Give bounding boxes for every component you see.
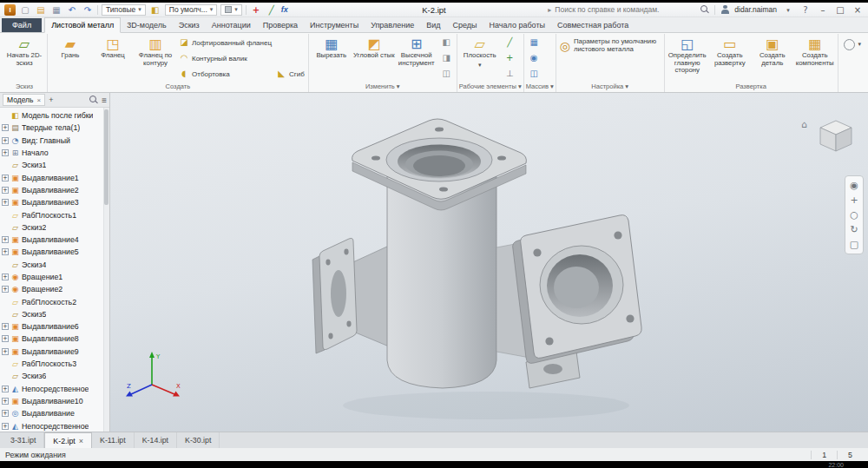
tree-item[interactable]: + ▣ Выдавливание9: [2, 346, 102, 358]
ribbon-small-button[interactable]: ◖ Отбортовка: [179, 68, 272, 80]
expand-icon[interactable]: +: [2, 286, 9, 293]
sheet-metal-icon[interactable]: [149, 3, 161, 16]
material-dropdown[interactable]: По умолч...: [165, 4, 218, 16]
browser-scrollbar[interactable]: [103, 108, 109, 432]
expand-icon[interactable]: +: [2, 398, 9, 405]
help-search[interactable]: [548, 4, 709, 16]
ribbon-tab[interactable]: Проверка: [257, 18, 304, 32]
close-tab-icon[interactable]: ×: [79, 437, 83, 445]
close-icon[interactable]: [37, 96, 42, 104]
search-expand-icon[interactable]: [548, 5, 551, 14]
expand-icon[interactable]: [2, 311, 9, 318]
tree-item[interactable]: ▱ Эскиз4: [2, 259, 102, 271]
ribbon-tab[interactable]: Аннотации: [206, 18, 257, 32]
tree-item[interactable]: + ▣ Выдавливание3: [2, 196, 102, 208]
ribbon-button[interactable]: ▣ Создать деталь: [752, 35, 793, 82]
file-menu-button[interactable]: Файл: [2, 18, 42, 32]
expand-icon[interactable]: [2, 161, 9, 168]
document-tab[interactable]: 3-31.ipt: [3, 432, 44, 448]
ribbon-small-button[interactable]: ◪ Лофтированный фланец: [179, 36, 272, 49]
tree-item[interactable]: ▱ РабПлоскость3: [2, 358, 102, 370]
expand-icon[interactable]: +: [2, 248, 9, 255]
document-tab[interactable]: K-14.ipt: [135, 432, 177, 448]
redo-icon[interactable]: [82, 3, 94, 16]
bend-button[interactable]: ◣ Сгиб: [276, 68, 305, 80]
navigation-tool-button[interactable]: ○: [845, 208, 863, 222]
tree-item[interactable]: ▱ РабПлоскость1: [2, 208, 102, 221]
search-icon[interactable]: [700, 5, 709, 14]
expand-icon[interactable]: +: [2, 137, 9, 144]
maximize-button[interactable]: [834, 3, 846, 16]
tree-item[interactable]: + ◉ Вращение2: [2, 283, 102, 295]
document-tab[interactable]: K-11.ipt: [92, 432, 135, 448]
expand-icon[interactable]: [2, 372, 9, 379]
tree-item[interactable]: + ▣ Выдавливание1: [2, 171, 102, 183]
pattern-icon-button[interactable]: ▦: [528, 36, 541, 49]
tree-item[interactable]: ▱ Эскиз1: [2, 159, 102, 171]
navigation-tool-button[interactable]: +: [845, 193, 863, 208]
tree-item[interactable]: ▱ Эскиз6: [2, 370, 102, 382]
expand-icon[interactable]: +: [2, 199, 9, 206]
expand-icon[interactable]: +: [2, 124, 9, 131]
ribbon-tab[interactable]: Совместная работа: [551, 18, 635, 32]
ribbon-button[interactable]: ◱ Определить главную сторону: [667, 35, 708, 82]
ribbon-tab[interactable]: Управление: [365, 18, 420, 32]
expand-icon[interactable]: [2, 112, 9, 119]
tree-item[interactable]: ▱ Эскиз2: [2, 221, 102, 234]
expand-icon[interactable]: +: [2, 335, 9, 342]
start-2d-sketch-button[interactable]: ▱ Начать 2D-эскиз: [3, 35, 45, 82]
ribbon-tab[interactable]: Начало работы: [483, 18, 551, 32]
modify-tool-icon-button[interactable]: ◧: [440, 36, 453, 49]
minimize-button[interactable]: [817, 3, 829, 16]
tree-item[interactable]: + ▣ Выдавливание5: [2, 246, 102, 258]
ribbon-tab[interactable]: Эскиз: [173, 18, 206, 32]
expand-icon[interactable]: [2, 360, 9, 367]
work-feature-icon-button[interactable]: +: [503, 52, 516, 64]
modify-tool-icon-button[interactable]: ◨: [440, 52, 453, 64]
panel-label-flat-pattern[interactable]: Развертка: [667, 82, 836, 92]
tree-item[interactable]: + ◔ Вид: Главный: [2, 135, 102, 147]
sheet-metal-defaults-button[interactable]: ◎ Параметры по умолчанию листового метал…: [558, 35, 662, 82]
user-name[interactable]: didar.naiman: [734, 5, 777, 14]
browser-tab-model[interactable]: Модель: [3, 94, 45, 106]
tree-item[interactable]: + ◉ Вращение1: [2, 271, 102, 283]
edit-icon[interactable]: [266, 3, 278, 16]
expand-icon[interactable]: +: [2, 175, 9, 181]
ribbon-tab[interactable]: Листовой металл: [44, 17, 121, 33]
tree-item[interactable]: + ⊞ Начало: [2, 147, 102, 159]
browser-menu-icon[interactable]: [102, 96, 107, 105]
tree-item[interactable]: + ▣ Выдавливание10: [2, 395, 102, 407]
ribbon-button[interactable]: ▭ Создать развертку: [709, 35, 751, 82]
home-view-icon[interactable]: ⌂: [801, 119, 807, 130]
pattern-icon-button[interactable]: ◉: [528, 52, 541, 64]
expand-icon[interactable]: +: [2, 348, 9, 355]
expand-icon[interactable]: +: [2, 187, 9, 194]
appearance-dropdown[interactable]: [220, 4, 242, 16]
tree-item[interactable]: + ▣ Выдавливание8: [2, 333, 102, 345]
ribbon-tab[interactable]: Инструменты: [304, 18, 365, 32]
parameters-fx-icon[interactable]: fx: [281, 5, 288, 14]
panel-label-work-features[interactable]: Рабочие элементы ▾: [459, 82, 522, 92]
pattern-icon-button[interactable]: ◫: [528, 68, 541, 80]
work-feature-icon-button[interactable]: ⊥: [503, 68, 516, 80]
expand-icon[interactable]: +: [2, 236, 9, 243]
add-icon[interactable]: [250, 3, 262, 16]
expand-icon[interactable]: +: [2, 410, 9, 417]
ribbon-button[interactable]: ▰ Грань: [49, 35, 91, 82]
ribbon-button[interactable]: ◳ Фланец: [92, 35, 134, 82]
tree-item[interactable]: + ◎ Выдавливание: [2, 407, 102, 419]
browser-search-icon[interactable]: [89, 96, 98, 104]
expand-icon[interactable]: +: [2, 386, 9, 392]
open-file-icon[interactable]: [35, 3, 47, 16]
expand-icon[interactable]: +: [2, 323, 9, 330]
tree-item[interactable]: ▱ РабПлоскость2: [2, 295, 102, 307]
preset-dropdown[interactable]: Типовые: [102, 4, 146, 16]
ribbon-button[interactable]: ⊞ Высечной инструмент: [396, 35, 437, 82]
expand-icon[interactable]: [2, 299, 9, 306]
expand-icon[interactable]: [2, 224, 9, 231]
ribbon-tab[interactable]: Вид: [420, 18, 446, 32]
ribbon-small-button[interactable]: ◠ Контурный валик: [179, 52, 272, 64]
add-browser-tab-icon[interactable]: [49, 96, 53, 104]
user-avatar-icon[interactable]: [720, 5, 729, 15]
user-menu-chevron-icon[interactable]: [782, 3, 794, 17]
